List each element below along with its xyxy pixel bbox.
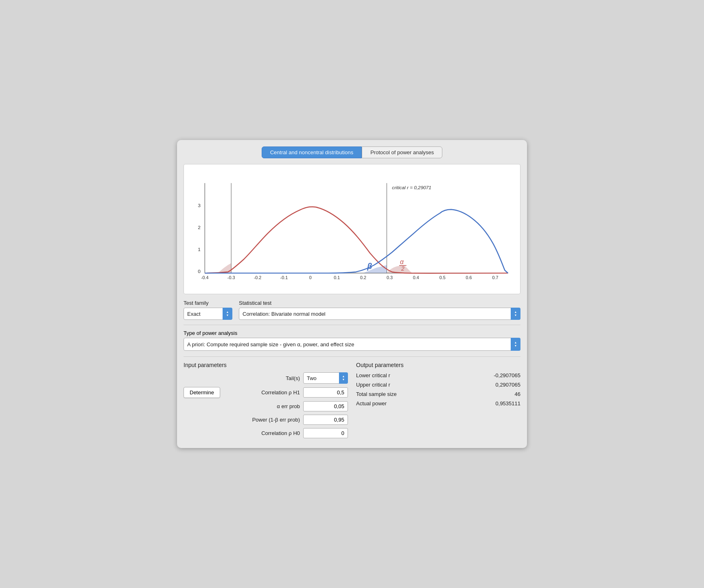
input-params: Input parameters Tail(s) Two One ▲ ▼ [184, 362, 348, 442]
tabs-bar: Central and noncentral distributions Pro… [184, 146, 520, 158]
tab-central[interactable]: Central and noncentral distributions [262, 146, 362, 158]
tab-protocol[interactable]: Protocol of power analyses [362, 146, 442, 158]
svg-text:0.2: 0.2 [360, 275, 366, 280]
total-sample-value: 46 [515, 391, 520, 397]
svg-text:0.6: 0.6 [466, 275, 472, 280]
corr-h0-label: Correlation ρ H0 [228, 430, 300, 436]
statistical-test-select[interactable]: Correlation: Bivariate normal model [239, 308, 520, 320]
alpha-row: α err prob [184, 401, 348, 411]
tails-select[interactable]: Two One [303, 372, 348, 384]
lower-cr-value: -0,2907065 [494, 372, 520, 378]
power-label: Power (1-β err prob) [228, 417, 300, 423]
actual-power-value: 0,9535111 [496, 400, 520, 407]
corr-h1-label: Correlation ρ H1 [227, 389, 300, 396]
test-family-group: Test family Exact ▲ ▼ [184, 300, 232, 320]
upper-cr-label: Upper critical r [356, 382, 390, 388]
svg-text:2: 2 [401, 266, 404, 272]
tails-row: Tail(s) Two One ▲ ▼ [184, 372, 348, 384]
svg-text:-0.2: -0.2 [254, 275, 262, 280]
svg-text:0.3: 0.3 [387, 275, 393, 280]
test-family-select[interactable]: Exact [184, 308, 232, 320]
params-section: Input parameters Tail(s) Two One ▲ ▼ [184, 362, 520, 442]
svg-text:3: 3 [198, 203, 201, 208]
app-container: Central and noncentral distributions Pro… [177, 140, 527, 448]
statistical-test-group: Statistical test Correlation: Bivariate … [239, 300, 520, 320]
actual-power-row: Actual power 0,9535111 [356, 400, 520, 407]
svg-text:β: β [367, 262, 372, 271]
statistical-test-label: Statistical test [239, 300, 520, 306]
output-params: Output parameters Lower critical r -0,29… [356, 362, 520, 442]
svg-text:-0.3: -0.3 [227, 275, 235, 280]
determine-button[interactable]: Determine [184, 387, 220, 398]
svg-text:0: 0 [198, 269, 201, 274]
total-sample-label: Total sample size [356, 391, 397, 397]
svg-text:0: 0 [309, 275, 312, 280]
svg-text:-0.4: -0.4 [201, 275, 209, 280]
lower-cr-label: Lower critical r [356, 372, 390, 378]
upper-cr-value: 0,2907065 [496, 382, 520, 388]
test-config-row: Test family Exact ▲ ▼ Statistical test C… [184, 300, 520, 320]
tails-label: Tail(s) [184, 375, 300, 381]
lower-cr-row: Lower critical r -0,2907065 [356, 372, 520, 378]
corr-h1-input[interactable] [303, 387, 348, 398]
power-row: Power (1-β err prob) [184, 415, 348, 425]
chart-area: 0 1 2 3 -0.4 -0.3 -0.2 -0.1 0 0.1 0.2 0.… [184, 164, 520, 294]
total-sample-row: Total sample size 46 [356, 391, 520, 397]
alpha-input[interactable] [303, 401, 348, 411]
alpha-label: α err prob [228, 403, 300, 409]
test-family-label: Test family [184, 300, 232, 306]
input-params-title: Input parameters [184, 362, 348, 368]
distribution-chart: 0 1 2 3 -0.4 -0.3 -0.2 -0.1 0 0.1 0.2 0.… [188, 168, 516, 290]
power-analysis-type-group: Type of power analysis A priori: Compute… [184, 330, 520, 351]
svg-text:2: 2 [198, 225, 201, 230]
svg-text:1: 1 [198, 247, 201, 252]
svg-text:α: α [400, 258, 404, 265]
upper-cr-row: Upper critical r 0,2907065 [356, 382, 520, 388]
divider-1 [184, 325, 520, 325]
corr-h1-row: Determine Correlation ρ H1 [184, 387, 348, 398]
svg-text:0.5: 0.5 [439, 275, 446, 280]
svg-text:0.7: 0.7 [492, 275, 498, 280]
actual-power-label: Actual power [356, 400, 387, 407]
power-analysis-label: Type of power analysis [184, 330, 520, 336]
corr-h0-input[interactable] [303, 428, 348, 438]
divider-2 [184, 356, 520, 357]
svg-text:0.4: 0.4 [413, 275, 419, 280]
power-analysis-select[interactable]: A priori: Compute required sample size -… [184, 338, 520, 351]
power-input[interactable] [303, 415, 348, 425]
svg-text:0.1: 0.1 [334, 275, 340, 280]
corr-h0-row: Correlation ρ H0 [184, 428, 348, 438]
svg-text:-0.1: -0.1 [280, 275, 288, 280]
output-params-title: Output parameters [356, 362, 520, 368]
svg-text:critical r = 0,29071: critical r = 0,29071 [392, 185, 431, 190]
